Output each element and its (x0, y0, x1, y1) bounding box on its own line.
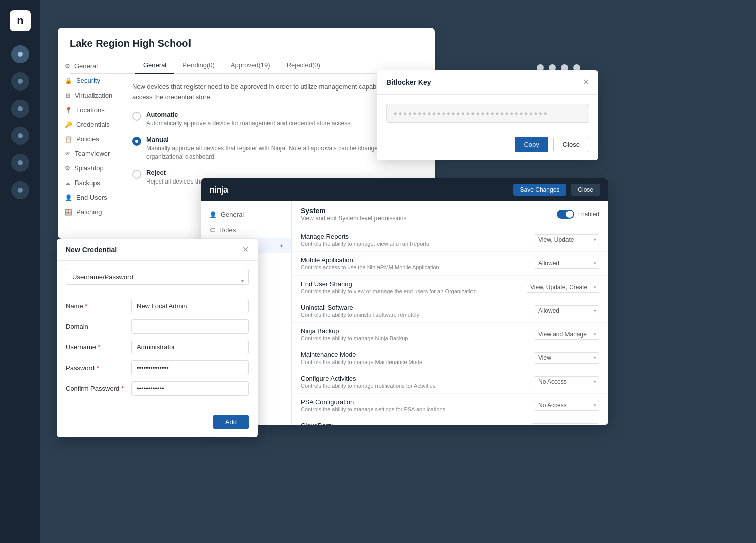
radio-automatic-label: Automatic (146, 111, 352, 118)
perm-name-1: Manage Reports (301, 233, 429, 240)
policies-icon: 📋 (65, 136, 72, 143)
radio-automatic-desc: Automatically approve a device for manag… (146, 119, 352, 128)
perm-row-cloudberry: CloudBerry Controls the ability to manag… (292, 417, 608, 425)
radio-reject-circle[interactable] (132, 170, 141, 179)
sidebar-item-policies[interactable]: 📋 Policies (58, 132, 123, 146)
confirm-required-marker: * (121, 385, 124, 392)
toggle-track[interactable] (557, 210, 574, 219)
sidebar-item-credentials[interactable]: 🔑 Credentials (58, 117, 123, 132)
sidebar-nav-3[interactable] (11, 100, 29, 118)
permissions-panel: ninja Save Changes Close 👤 General 🏷 Rol… (201, 178, 608, 425)
permissions-content: System View and edit System level permis… (292, 201, 608, 425)
sidebar-item-security[interactable]: 🔒 Security (58, 73, 123, 88)
sidebar-item-teamviewer-label: Teamviewer (75, 150, 110, 157)
perm-control-4: Allowed ▾ (534, 305, 599, 316)
perm-sidebar-roles[interactable]: 🏷 Roles (201, 222, 291, 238)
perm-select-2[interactable]: Allowed (534, 258, 599, 269)
bitlocker-key-display: ●●●●●●●●●●●●●●●●●●●●●●●●●●●●●●●● (386, 104, 589, 123)
gear-icon: ⚙ (65, 63, 70, 70)
add-credential-button[interactable]: Add (213, 415, 249, 429)
sidebar-item-backups[interactable]: ☁ Backups (58, 175, 123, 190)
perm-select-7[interactable]: No Access (534, 376, 599, 387)
name-required-marker: * (85, 302, 87, 310)
perm-roles-label: Roles (219, 226, 236, 234)
perm-system-info: System View and edit System level permis… (301, 207, 407, 222)
perm-sidebar-general[interactable]: 👤 General (201, 207, 291, 222)
endusers-icon: 👤 (65, 194, 72, 201)
perm-row-info-8: PSA Configuration Controls the ability t… (301, 398, 445, 412)
tab-rejected[interactable]: Rejected(0) (278, 57, 328, 74)
save-changes-button[interactable]: Save Changes (513, 184, 567, 196)
key-icon: 🔑 (65, 121, 72, 128)
bitlocker-close-button[interactable]: Close (553, 137, 589, 152)
perm-select-6[interactable]: View (534, 352, 599, 364)
credential-type-wrapper: Username/Password ▾ (66, 269, 249, 292)
credential-close-icon[interactable]: ✕ (242, 245, 249, 254)
cred-domain-input[interactable] (131, 319, 249, 334)
cred-password-input[interactable] (131, 360, 249, 375)
perm-desc-2: Controls access to use the NinjaRMM Mobi… (301, 264, 439, 270)
perm-control-2: Allowed ▾ (534, 258, 599, 269)
sidebar-item-backups-label: Backups (75, 179, 100, 187)
perm-select-9[interactable]: Configure Backups (532, 423, 599, 425)
sidebar-item-locations[interactable]: 📍 Locations (58, 103, 123, 117)
cred-name-input[interactable] (131, 299, 249, 313)
perm-control-8: No Access ▾ (534, 400, 599, 411)
sidebar-item-virtualization[interactable]: 🖥 Virtualization (58, 88, 123, 103)
cred-confirm-input[interactable] (131, 381, 249, 396)
perm-desc-5: Controls the ability to manage Ninja Bac… (301, 335, 408, 341)
tab-approved[interactable]: Approved(19) (223, 57, 278, 74)
perm-name-9: CloudBerry (301, 422, 403, 425)
toggle-label: Enabled (577, 211, 599, 218)
bitlocker-key-dots: ●●●●●●●●●●●●●●●●●●●●●●●●●●●●●●●● (394, 110, 549, 116)
permissions-logo: ninja (209, 185, 228, 195)
cred-password-field: Password * (66, 360, 249, 375)
perm-row-info-5: Ninja Backup Controls the ability to man… (301, 327, 408, 341)
sidebar-item-teamviewer[interactable]: 👁 Teamviewer (58, 146, 123, 161)
bitlocker-modal: Bitlocker Key ✕ ●●●●●●●●●●●●●●●●●●●●●●●●… (377, 70, 598, 160)
sidebar-nav-2[interactable] (11, 72, 29, 90)
sidebar-item-splashtop[interactable]: ⚙ Splashtop (58, 161, 123, 175)
perm-row-maintenance: Maintenance Mode Controls the ability to… (292, 346, 608, 370)
backups-icon: ☁ (65, 179, 71, 187)
sidebar-item-endusers[interactable]: 👤 End Users (58, 190, 123, 205)
perm-desc-6: Controls the ability to manage Maintenan… (301, 359, 422, 365)
perm-control-9: Configure Backups ▾ (532, 423, 599, 425)
sidebar-nav-5[interactable] (11, 154, 29, 172)
perm-select-5[interactable]: View and Manage (534, 329, 599, 340)
sidebar-item-endusers-label: End Users (76, 194, 107, 201)
app-logo: n (10, 10, 31, 31)
password-required-marker: * (97, 364, 99, 372)
cred-confirm-field: Confirm Password * (66, 381, 249, 396)
perm-select-8[interactable]: No Access (534, 400, 599, 411)
perm-row-psa: PSA Configuration Controls the ability t… (292, 394, 608, 417)
perm-select-4[interactable]: Allowed (534, 305, 599, 316)
sidebar-nav-1[interactable] (11, 45, 29, 63)
perm-select-1[interactable]: View, Update (534, 234, 599, 245)
sidebar-item-patching[interactable]: 🪟 Patching (58, 205, 123, 219)
system-toggle[interactable]: Enabled (557, 210, 599, 219)
cred-confirm-label: Confirm Password * (66, 385, 131, 392)
credential-type-select[interactable]: Username/Password (66, 269, 249, 285)
perm-system-desc: View and edit System level permissions (301, 215, 407, 222)
cred-password-label: Password * (66, 364, 131, 372)
radio-manual-circle[interactable] (132, 137, 141, 146)
bitlocker-modal-header: Bitlocker Key ✕ (377, 70, 598, 95)
sidebar-item-general[interactable]: ⚙ General (58, 59, 123, 73)
tab-pending[interactable]: Pending(0) (174, 57, 223, 74)
bitlocker-modal-title: Bitlocker Key (386, 78, 431, 86)
permissions-close-button[interactable]: Close (571, 184, 600, 196)
tab-general[interactable]: General (135, 57, 174, 74)
sidebar-nav-4[interactable] (11, 127, 29, 145)
perm-roles-icon: 🏷 (209, 227, 215, 234)
bitlocker-close-icon[interactable]: ✕ (583, 77, 589, 87)
bitlocker-modal-body: ●●●●●●●●●●●●●●●●●●●●●●●●●●●●●●●● (377, 95, 598, 132)
radio-automatic-circle[interactable] (132, 112, 141, 121)
username-required-marker: * (98, 343, 101, 351)
copy-button[interactable]: Copy (515, 137, 548, 152)
patching-icon: 🪟 (65, 209, 72, 216)
perm-row-uninstall: Uninstall Software Controls the ability … (292, 299, 608, 323)
perm-select-3[interactable]: View, Update, Create (526, 282, 599, 293)
sidebar-nav-6[interactable] (11, 181, 29, 199)
cred-username-input[interactable] (131, 340, 249, 354)
